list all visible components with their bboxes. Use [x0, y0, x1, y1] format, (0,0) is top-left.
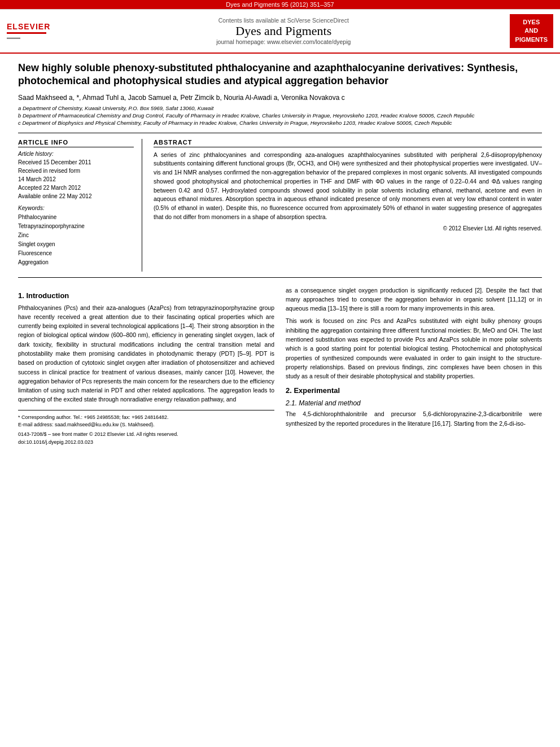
journal-header-center: Contents lists available at SciVerse Sci… [58, 17, 510, 45]
received-revised-label: Received in revised form [18, 167, 134, 175]
logo-line-2: AND [524, 27, 538, 35]
elsevier-sub: ▬▬▬ [7, 35, 20, 40]
journal-homepage: journal homepage: www.elsevier.com/locat… [58, 38, 510, 45]
logo-line-3: PIGMENTS [515, 36, 548, 44]
history-heading: Article history: [18, 151, 134, 157]
received-date-1: Received 15 December 2011 [18, 158, 134, 167]
intro-text-3: This work is focused on zinc Pcs and Aza… [286, 316, 542, 381]
footnote-area: * Corresponding author. Tel.: +965 24985… [18, 410, 274, 445]
keywords-label: Keywords: [18, 205, 134, 211]
abstract-text: A series of zinc phthalocyanines and cor… [154, 151, 542, 222]
footnote-doi: doi:10.1016/j.dyepig.2012.03.023 [18, 439, 274, 445]
intro-text-1: Phthalocyanines (Pcs) and their aza-anal… [18, 303, 274, 404]
copyright-line: © 2012 Elsevier Ltd. All rights reserved… [154, 225, 542, 231]
elsevier-logo: ELSEVIER ▬▬▬ [7, 22, 58, 40]
experimental-text: The 4,5-dichlorophthalonitrile and precu… [286, 409, 542, 428]
intro-text-2: as a consequence singlet oxygen producti… [286, 286, 542, 313]
footnote-issn: 0143-7208/$ – see front matter © 2012 El… [18, 431, 274, 437]
authors-text: Saad Makhseed a, *, Ahmad Tuhl a, Jacob … [18, 94, 345, 102]
logo-line-1: DYES [523, 18, 540, 27]
experimental-heading: 2. Experimental [286, 386, 542, 395]
affiliation-b: b Department of Pharmaceutical Chemistry… [18, 112, 542, 119]
intro-heading: 1. Introduction [18, 291, 274, 300]
abstract-column: ABSTRACT A series of zinc phthalocyanine… [154, 139, 542, 272]
footnote-email: E-mail address: saad.makhseed@ku.edu.kw … [18, 421, 274, 429]
journal-title: Dyes and Pigments [58, 24, 510, 38]
received-revised-date: 14 March 2012 [18, 175, 134, 184]
info-abstract-section: ARTICLE INFO Article history: Received 1… [18, 133, 542, 278]
keyword-3: Zinc [18, 231, 134, 240]
sciverse-text: Contents lists available at SciVerse Sci… [58, 17, 510, 24]
footnote-corresponding: * Corresponding author. Tel.: +965 24985… [18, 414, 274, 422]
article-title: New highly soluble phenoxy-substituted p… [18, 62, 542, 88]
keywords-block: Keywords: Phthalocyanine Tetrapyrazinopo… [18, 205, 134, 267]
main-content: New highly soluble phenoxy-substituted p… [0, 54, 560, 453]
journal-header: ELSEVIER ▬▬▬ Contents lists available at… [0, 9, 560, 54]
affiliation-a: a Department of Chemistry, Kuwait Univer… [18, 104, 542, 112]
elsevier-brand: ELSEVIER [7, 22, 50, 31]
journal-logo-box: DYES AND PIGMENTS [510, 14, 553, 48]
keyword-1: Phthalocyanine [18, 213, 134, 222]
available-date: Available online 22 May 2012 [18, 192, 134, 200]
affiliation-c: c Department of Biophysics and Physical … [18, 119, 542, 126]
keyword-2: Tetrapyrazinoporphyrazine [18, 222, 134, 231]
keyword-4: Singlet oxygen [18, 240, 134, 249]
body-right-column: as a consequence singlet oxygen producti… [286, 286, 542, 445]
authors: Saad Makhseed a, *, Ahmad Tuhl a, Jacob … [18, 94, 542, 102]
banner-text: Dyes and Pigments 95 (2012) 351–357 [226, 1, 334, 8]
experimental-subheading: 2.1. Material and method [286, 399, 542, 407]
history-block: Article history: Received 15 December 20… [18, 151, 134, 200]
affiliations: a Department of Chemistry, Kuwait Univer… [18, 104, 542, 127]
body-section: 1. Introduction Phthalocyanines (Pcs) an… [18, 286, 542, 445]
journal-banner: Dyes and Pigments 95 (2012) 351–357 [0, 0, 560, 9]
article-info-column: ARTICLE INFO Article history: Received 1… [18, 139, 142, 272]
body-left-column: 1. Introduction Phthalocyanines (Pcs) an… [18, 286, 274, 445]
keyword-6: Aggregation [18, 258, 134, 267]
abstract-label: ABSTRACT [154, 139, 542, 147]
accepted-date: Accepted 22 March 2012 [18, 184, 134, 192]
article-info-label: ARTICLE INFO [18, 139, 134, 147]
keyword-5: Fluorescence [18, 249, 134, 258]
